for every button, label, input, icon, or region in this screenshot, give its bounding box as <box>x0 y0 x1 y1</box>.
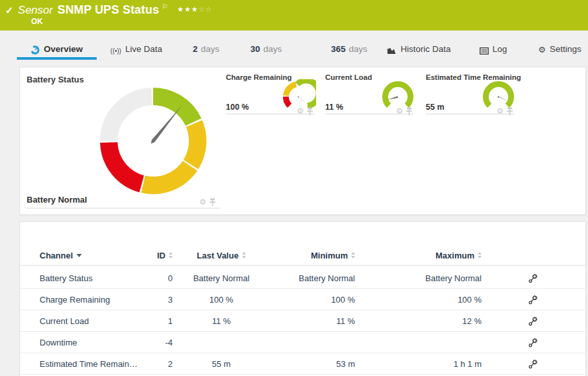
tab-label: Historic Data <box>400 44 450 54</box>
table-row-downtime[interactable]: Downtime -4 <box>20 332 587 353</box>
tab-label: Settings <box>550 44 582 54</box>
tab-label: Live Data <box>125 44 162 54</box>
channel-name: Current Load <box>40 310 153 332</box>
page-title: SNMP UPS Status <box>57 3 159 17</box>
column-label: ID <box>157 251 165 260</box>
pin-icon[interactable] <box>406 107 412 116</box>
gauge-needle <box>151 105 183 144</box>
channel-id: 0 <box>137 268 173 289</box>
gauge-block-current-load: Current Load 11 % ⚙ <box>325 72 413 121</box>
table-row-battery-status[interactable]: Battery Status 0 Battery Normal Battery … <box>20 268 587 289</box>
divider <box>27 208 220 208</box>
table-row-current-load[interactable]: Current Load 1 11 % 11 % 12 % <box>20 310 587 332</box>
pin-icon[interactable] <box>210 198 215 207</box>
channel-settings-icon[interactable] <box>523 353 543 375</box>
channel-gear-icon[interactable]: ⚙ <box>396 107 403 116</box>
channel-settings-icon[interactable] <box>523 289 543 310</box>
channel-settings-icon[interactable] <box>523 332 543 353</box>
tab-label: days <box>201 44 219 54</box>
divider <box>20 265 587 266</box>
object-kind-label: Sensor <box>18 4 53 17</box>
historic-data-icon <box>387 47 397 55</box>
sort-icon <box>478 252 482 258</box>
sort-icon <box>351 252 355 258</box>
channel-gear-icon[interactable]: ⚙ <box>199 197 206 207</box>
channel-name: Downtime <box>40 332 153 353</box>
maximum-value: 12 % <box>361 310 482 332</box>
tab-number: 30 <box>251 44 260 54</box>
flag-icon[interactable]: ⚐ <box>162 3 168 11</box>
maximum-value: 100 % <box>361 289 482 310</box>
column-label: Minimum <box>311 251 348 260</box>
channel-name: Charge Remaining <box>40 289 153 310</box>
channel-id: 3 <box>137 289 173 310</box>
tab-label: Overview <box>43 44 82 54</box>
column-label: Last Value <box>197 251 238 260</box>
minimum-value: 11 % <box>234 310 355 332</box>
channel-id: 2 <box>137 353 173 375</box>
tab-label: days <box>263 44 282 54</box>
sort-icon <box>169 252 173 258</box>
priority-stars[interactable]: ★★★☆☆ <box>177 5 212 14</box>
live-data-icon: ((•)) <box>110 47 121 55</box>
minimum-value: Battery Normal <box>234 268 355 289</box>
channel-gear-icon[interactable]: ⚙ <box>496 107 504 116</box>
tab-30-days[interactable]: 30 days <box>243 31 289 60</box>
minimum-value <box>234 332 355 353</box>
tab-2-days[interactable]: 2 days <box>185 31 227 60</box>
gauge-icon <box>31 45 40 55</box>
gauge-block-charge-remaining: Charge Remaining 100 % ⚙ <box>226 72 314 121</box>
primary-gauge-title: Battery Status <box>27 75 84 84</box>
tab-label: Log <box>493 44 508 54</box>
channel-name: Battery Status <box>40 268 153 289</box>
gauge-title: Current Load <box>325 73 372 81</box>
tab-365-days[interactable]: 365 days <box>323 31 375 60</box>
column-label: Maximum <box>435 251 474 260</box>
status-check-icon: ✓ <box>5 5 14 16</box>
active-tab-underline <box>17 57 97 60</box>
stars-filled: ★★★ <box>177 5 199 13</box>
tab-overview[interactable]: Overview <box>17 31 97 60</box>
table-header-row: Channel ID Last Value Minimum Maximum <box>20 245 585 265</box>
channel-settings-icon[interactable] <box>523 268 543 289</box>
tab-number: 365 <box>331 44 346 54</box>
settings-gear-icon: ⚙ <box>538 45 546 55</box>
tab-label: days <box>349 44 368 54</box>
gauge-value: 100 % <box>226 103 249 112</box>
battery-status-gauge[interactable] <box>98 86 208 196</box>
gauge-value: 11 % <box>325 103 343 112</box>
channel-id: -4 <box>137 332 173 353</box>
sensor-status-bar: ✓ Sensor SNMP UPS Status ⚐ ★★★☆☆ OK <box>0 0 588 31</box>
minimum-value: 100 % <box>234 289 355 310</box>
column-header-id[interactable]: ID <box>137 245 173 265</box>
column-header-minimum[interactable]: Minimum <box>234 245 355 265</box>
pin-icon[interactable] <box>507 107 513 116</box>
column-header-channel[interactable]: Channel <box>40 245 153 265</box>
channel-gear-icon[interactable]: ⚙ <box>297 107 304 116</box>
overview-gauges-panel: Battery Status Battery Normal ⚙ Charge R… <box>19 67 586 215</box>
primary-gauge-value: Battery Normal <box>27 195 87 205</box>
tab-log[interactable]: Log <box>474 31 513 60</box>
pin-icon[interactable] <box>307 107 313 116</box>
log-icon <box>480 47 489 55</box>
tab-number: 2 <box>193 44 198 54</box>
channels-table-panel: Channel ID Last Value Minimum Maximum Ba… <box>19 221 586 376</box>
status-badge: OK <box>31 17 43 26</box>
channel-settings-icon[interactable] <box>523 310 543 332</box>
channel-id: 1 <box>137 310 173 332</box>
channel-name: Estimated Time Remain… <box>40 353 153 375</box>
table-row-estimated-time[interactable]: Estimated Time Remain… 2 55 m 53 m 1 h 1… <box>20 353 587 375</box>
maximum-value <box>361 332 482 353</box>
maximum-value: Battery Normal <box>361 268 482 289</box>
table-row-charge-remaining[interactable]: Charge Remaining 3 100 % 100 % 100 % <box>20 289 587 310</box>
tab-bar: Overview ((•)) Live Data 2 days 30 days … <box>0 31 588 60</box>
maximum-value: 1 h 1 m <box>361 353 482 375</box>
column-header-maximum[interactable]: Maximum <box>361 245 482 265</box>
stars-empty: ☆☆ <box>199 5 213 13</box>
minimum-value: 53 m <box>234 353 355 375</box>
tab-live-data[interactable]: ((•)) Live Data <box>104 31 169 60</box>
column-label: Channel <box>40 251 73 260</box>
tab-settings[interactable]: ⚙ Settings <box>532 31 587 60</box>
tab-historic-data[interactable]: Historic Data <box>382 31 456 60</box>
gauge-block-estimated-time: Estimated Time Remaining 55 m ⚙ <box>426 72 514 121</box>
